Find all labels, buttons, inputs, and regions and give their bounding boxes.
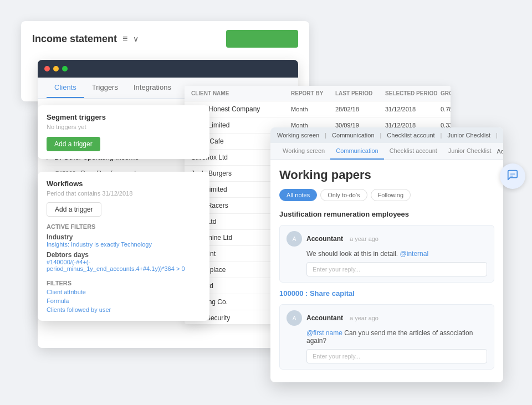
comment-header-2: A Accountant a year ago [287, 310, 487, 326]
workflows-period: Period that contains 31/12/2018 [47, 190, 201, 197]
filter-debtors: Debtors days #140000/(-#4+(-period_minus… [47, 251, 201, 272]
tab-clients[interactable]: Clients [47, 78, 84, 98]
tab-triggers[interactable]: Triggers [84, 78, 126, 98]
close-window-btn[interactable] [44, 66, 50, 71]
chevron-down-icon[interactable]: ∨ [133, 34, 139, 43]
maximize-window-btn[interactable] [62, 66, 68, 71]
comment-author-1: Accountant [306, 235, 343, 243]
tab-integrations[interactable]: Integrations [126, 78, 179, 98]
comment-time-1: a year ago [350, 235, 378, 242]
segment-triggers-note: No triggers yet [47, 124, 201, 130]
col-client-name: CLIENT NAME [191, 90, 291, 96]
filter-debtors-label: Debtors days [47, 251, 201, 259]
top-bar-item-3[interactable]: Checklist account [387, 132, 434, 139]
section2-title: 100000 : Share capital [270, 286, 503, 301]
action-button[interactable] [226, 30, 298, 48]
notes-tab-todos[interactable]: Only to-do's [320, 189, 367, 201]
working-tab-junior[interactable]: Junior Checklist [443, 143, 497, 160]
filter-industry: Industry Insights: Industry is exactly T… [47, 233, 201, 248]
section1-title: Justification remuneration employees [270, 207, 503, 222]
table-row[interactable]: Phil's Honest Company Month 28/02/18 31/… [185, 101, 451, 117]
filter-debtors-value: #140000/(-#4+(-period_minus_1y_end_accou… [47, 259, 201, 272]
actions-button[interactable]: Actions ▼ [497, 143, 504, 160]
cell-report-by: Month [291, 106, 335, 112]
segment-triggers-overlay: Segment triggers No triggers yet Add a t… [38, 105, 209, 159]
top-bar-item-1[interactable]: Working screen [277, 132, 319, 139]
reply-input-1[interactable]: Enter your reply... [306, 262, 487, 276]
active-filters-label: ACTIVE FILTERS [47, 223, 201, 230]
chat-fab[interactable] [500, 163, 525, 189]
cell-gross-margin: 0.78 [441, 106, 451, 112]
working-tab-communication[interactable]: Communication [330, 143, 383, 160]
filters-section-label: FILTERS [47, 280, 201, 286]
workflows-overlay: Workflows Period that contains 31/12/201… [38, 172, 209, 321]
clients-table-header: CLIENT NAME REPORT BY LAST PERIOD SELECT… [185, 86, 451, 101]
cell-last-period: 28/02/18 [335, 106, 385, 112]
cell-selected-period: 31/12/2018 [385, 106, 441, 112]
menu-icon[interactable]: ≡ [122, 34, 127, 44]
comment-card-2: A Accountant a year ago @first name Can … [279, 304, 494, 370]
working-tab-checklist[interactable]: Checklist account [384, 143, 443, 160]
income-statement-title: Income statement [32, 33, 117, 45]
mention-2: @first name [306, 329, 342, 337]
segment-triggers-title: Segment triggers [47, 113, 201, 121]
filter-industry-value: Insights: Industry is exactly Technology [47, 241, 201, 248]
comment-time-2: a year ago [350, 315, 378, 321]
avatar-2: A [287, 310, 302, 326]
filter-link-client-attr[interactable]: Client attribute [47, 289, 201, 295]
minimize-window-btn[interactable] [53, 66, 59, 71]
filter-industry-label: Industry [47, 233, 201, 241]
notes-filter-tabs: All notes Only to-do's Following [270, 186, 503, 207]
comment-author-2: Accountant [306, 314, 343, 322]
col-gross-margin: GROSS MARGIN [441, 90, 451, 96]
working-papers-panel: Working screen | Communication | Checkli… [270, 127, 503, 382]
comment-text-1: We should look at this in detail. @inter… [287, 250, 487, 258]
add-trigger-btn2[interactable]: Add a trigger [47, 202, 101, 217]
add-trigger-button[interactable]: Add a trigger [47, 137, 100, 151]
comment-text-2: @first name Can you send me the articles… [287, 329, 487, 345]
top-bar-item-4[interactable]: Junior Checklist [447, 132, 490, 139]
working-papers-title: Working papers [270, 160, 503, 186]
filter-link-clients-followed[interactable]: Clients followed by user [47, 306, 201, 313]
window-top-bar [38, 60, 298, 78]
top-bar-item-2[interactable]: Communication [332, 132, 374, 139]
mention-1: @internal [400, 250, 429, 258]
comment-card-1: A Accountant a year ago We should look a… [279, 225, 494, 283]
notes-tab-following[interactable]: Following [371, 189, 411, 201]
reply-input-2[interactable]: Enter your reply... [306, 349, 487, 363]
col-report-by: REPORT BY [291, 90, 335, 96]
comment-header-1: A Accountant a year ago [287, 231, 487, 247]
col-selected-period: SELECTED PERIOD [385, 90, 441, 96]
working-tab-screen[interactable]: Working screen [277, 143, 330, 160]
working-top-bar: Working screen | Communication | Checkli… [270, 127, 503, 143]
col-last-period: LAST PERIOD [335, 90, 385, 96]
working-nav-tabs: Working screen Communication Checklist a… [270, 143, 503, 160]
avatar-1: A [287, 231, 302, 247]
notes-tab-all[interactable]: All notes [279, 189, 317, 201]
workflows-title: Workflows [47, 180, 201, 188]
filter-link-formula[interactable]: Formula [47, 298, 201, 304]
chat-icon [507, 169, 519, 184]
